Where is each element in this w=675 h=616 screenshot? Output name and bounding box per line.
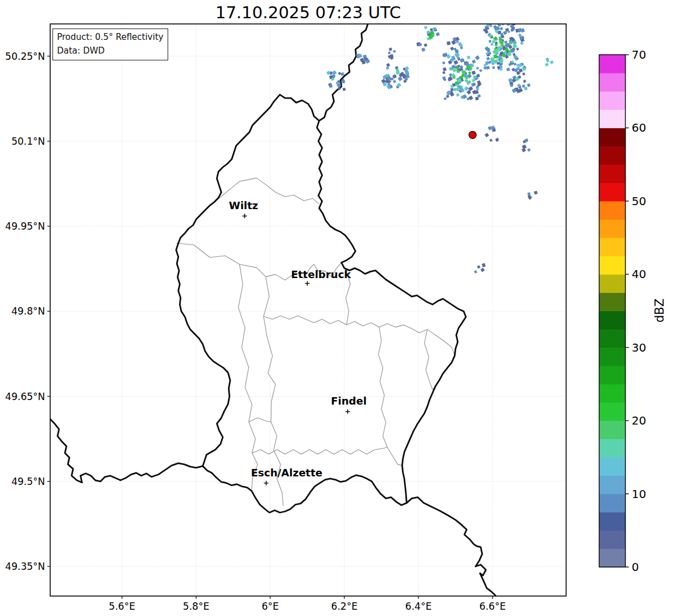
radar-echo-cell <box>486 57 490 60</box>
radar-echo-cell <box>456 93 460 97</box>
colorbar-segment <box>599 421 625 439</box>
neighbor-country-border <box>406 497 497 598</box>
radar-echo-cluster <box>356 54 370 64</box>
radar-echo-cell <box>450 84 454 88</box>
colorbar-segment <box>599 109 625 128</box>
radar-echo-cell <box>522 144 526 149</box>
radar-echo-cell <box>461 74 464 77</box>
colorbar-segment <box>599 201 625 220</box>
colorbar-segment <box>599 439 625 458</box>
city-annotations: WiltzEttelbruckFindelEsch/Alzette <box>229 199 367 486</box>
radar-echo-cell <box>340 72 344 76</box>
radar-echo-cell <box>506 68 510 71</box>
city-label: Wiltz <box>229 199 258 211</box>
radar-echo-cell <box>386 67 389 70</box>
canton-border-line <box>238 264 258 489</box>
colorbar-tick-label: 60 <box>632 121 646 134</box>
radar-echo-cell <box>477 265 481 268</box>
radar-echo-cell <box>520 41 524 45</box>
radar-echo-cluster <box>388 47 396 60</box>
radar-figure: 17.10.2025 07:23 UTC WiltzEttelbruckFind… <box>0 0 675 616</box>
radar-echo-cluster <box>522 138 531 152</box>
colorbar-segment <box>599 329 625 348</box>
y-axis-tick-label: 49.95°N <box>5 221 45 232</box>
radar-echo-cell <box>468 71 471 75</box>
colorbar-tick-label: 40 <box>632 267 646 281</box>
radar-echo-cluster <box>416 42 427 52</box>
x-axis-tick-label: 6.6°E <box>479 601 506 612</box>
radar-echo-cell <box>393 80 396 83</box>
product-info-box: Product: 0.5° Reflectivity Data: DWD <box>52 28 168 60</box>
radar-echo-cluster <box>446 36 463 53</box>
city-label: Findel <box>331 395 367 407</box>
radar-echo-cell <box>479 69 482 72</box>
colorbar-axis-label: dBZ <box>653 299 666 323</box>
radar-echo-cell <box>524 87 527 90</box>
radar-echo-cell <box>514 63 517 66</box>
radar-echo-cell <box>466 66 470 69</box>
colorbar-segment <box>599 402 625 421</box>
colorbar-segment <box>599 146 625 165</box>
radar-echo-cell <box>342 80 345 83</box>
radar-echo-cluster <box>545 58 554 67</box>
radar-echo-cluster <box>485 125 499 142</box>
colorbar-segment <box>599 128 625 146</box>
radar-echo-cell <box>387 84 392 89</box>
radar-echo-cell <box>473 75 477 79</box>
canton-border-line <box>249 418 271 422</box>
colorbar-segment <box>599 494 625 513</box>
colorbar-segment <box>599 256 625 275</box>
radar-echo-cell <box>393 50 396 53</box>
radar-echo-cell <box>498 46 501 49</box>
luxembourg-border <box>176 95 466 512</box>
radar-echoes <box>326 22 554 274</box>
radar-echo-cell <box>326 71 331 75</box>
x-axis-tick-label: 5.6°E <box>109 601 135 612</box>
radar-echo-cell <box>465 76 469 79</box>
radar-echo-cell <box>329 83 332 86</box>
map-plot: WiltzEttelbruckFindelEsch/Alzette5.6°E5.… <box>0 0 675 616</box>
plot-frame <box>50 24 566 596</box>
radar-echo-cell <box>363 55 367 59</box>
radar-echo-cell <box>464 87 469 91</box>
colorbar-segment <box>599 55 625 74</box>
radar-echo-cell <box>436 32 440 36</box>
radar-echo-cell <box>550 60 554 64</box>
radar-echo-cell <box>488 126 493 130</box>
radar-echo-cell <box>481 268 485 272</box>
radar-echo-cell <box>476 67 479 70</box>
radar-echo-cluster <box>474 263 485 274</box>
product-line: Product: 0.5° Reflectivity <box>57 30 164 44</box>
radar-echo-cell <box>500 27 503 30</box>
radar-site-marker <box>469 131 476 138</box>
radar-echo-cell <box>522 72 525 75</box>
colorbar-segment <box>599 73 625 92</box>
y-axis-tick-label: 49.5°N <box>11 476 45 487</box>
radar-echo-cell <box>460 43 463 47</box>
radar-echo-cluster <box>508 63 531 93</box>
graticule-gridlines <box>50 24 566 596</box>
radar-echo-cell <box>332 70 337 75</box>
data-source-line: Data: DWD <box>57 44 164 58</box>
radar-echo-cell <box>523 80 526 83</box>
city-marker <box>345 409 350 414</box>
canton-border-line <box>252 447 387 454</box>
radar-echo-cell <box>485 133 489 137</box>
canton-borders <box>176 178 455 505</box>
colorbar: 010203040506070dBZ <box>599 48 666 574</box>
radar-echo-cell <box>442 67 446 71</box>
colorbar-tick-label: 20 <box>632 414 646 427</box>
x-axis-tick-label: 6.2°E <box>331 601 357 612</box>
colorbar-segment <box>599 91 625 110</box>
city-label: Ettelbruck <box>291 268 351 280</box>
radar-echo-cell <box>386 63 390 67</box>
radar-echo-cell <box>343 88 345 91</box>
colorbar-segment <box>599 292 625 311</box>
y-axis-tick-label: 49.35°N <box>5 561 45 572</box>
radar-echo-cell <box>545 63 549 67</box>
colorbar-segment <box>599 549 625 568</box>
radar-echo-cell <box>455 49 459 53</box>
radar-echo-cluster <box>381 63 410 89</box>
radar-echo-cell <box>471 60 475 64</box>
city-marker <box>305 281 310 285</box>
